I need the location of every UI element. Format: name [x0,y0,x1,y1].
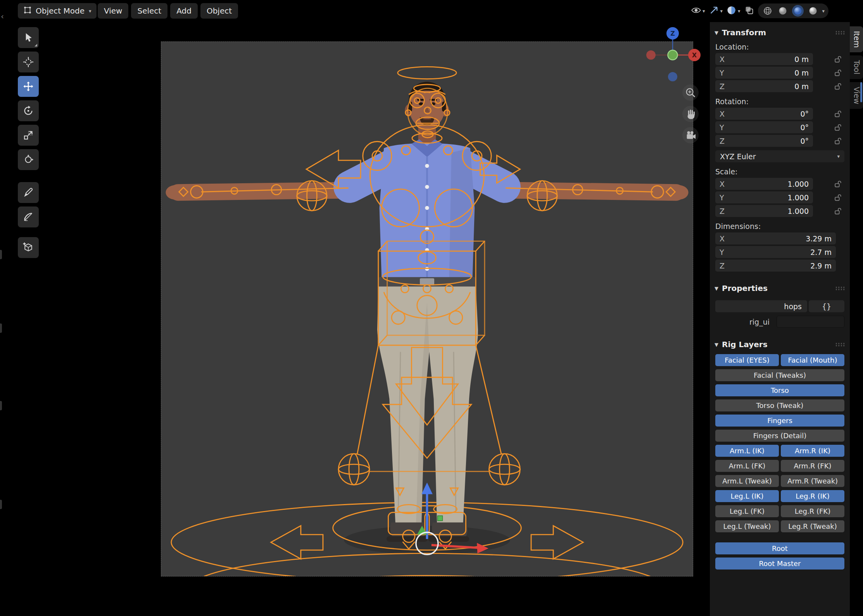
xray-toggle-button[interactable] [744,5,754,17]
property-value-field[interactable]: hops [715,300,807,312]
rig-layer-arm-r-ik[interactable]: Arm.R (IK) [781,445,844,457]
tool-add-cube[interactable] [18,237,39,258]
rig-layer-torso-tweak[interactable]: Torso (Tweak) [715,399,844,411]
scale-x-field[interactable]: X1.000 [715,178,813,190]
object-mode-dropdown[interactable]: Object Mode ▾ [18,3,97,19]
rig-ui-input[interactable] [777,316,844,328]
rig-layer-arm-r-fk[interactable]: Arm.R (FK) [781,460,844,472]
tool-scale[interactable] [18,125,39,146]
region-grip[interactable] [0,250,2,259]
tool-measure[interactable] [18,206,39,227]
rig-layer-leg-l-fk[interactable]: Leg.L (FK) [715,505,779,517]
location-z-field[interactable]: Z0 m [715,80,813,92]
gizmos-dropdown[interactable]: ▾ [709,5,723,17]
rig-layer-row: Fingers (Detail) [715,430,844,442]
menu-view[interactable]: View [98,3,128,19]
rig-layer-leg-l-tweak[interactable]: Leg.L (Tweak) [715,520,779,532]
dimensions-x-field[interactable]: X3.29 m [715,232,836,244]
scale-z-field[interactable]: Z1.000 [715,205,813,217]
rig-layer-row: Root Master [715,557,844,570]
axis-neg-x-ball[interactable] [646,50,656,60]
rig-layer-facial-eyes[interactable]: Facial (EYES) [715,354,779,366]
rig-layer-torso[interactable]: Torso [715,384,844,396]
rig-layer-root[interactable]: Root [715,542,844,554]
rig-layer-facial-tweaks[interactable]: Facial (Tweaks) [715,369,844,381]
rig-layer-leg-r-fk[interactable]: Leg.R (FK) [781,505,844,517]
lock-open-icon[interactable] [831,137,844,145]
region-grip[interactable] [0,323,2,333]
tool-select-box[interactable] [18,27,39,48]
camera-view-icon[interactable] [682,127,699,143]
tool-move[interactable] [18,76,39,97]
transform-section-header[interactable]: ▼ Transform [710,25,850,40]
shading-wireframe-button[interactable] [762,5,773,17]
rotation-rows: X0°Y0°Z0° [710,108,850,147]
rig-layer-fingers-detail[interactable]: Fingers (Detail) [715,430,844,442]
tab-tool[interactable]: Tool [850,55,863,79]
viewport-nav-buttons [682,84,699,143]
tool-transform[interactable] [18,149,39,170]
location-x-field[interactable]: X0 m [715,53,813,65]
shading-solid-button[interactable] [777,5,789,17]
region-grip[interactable] [0,500,2,509]
location-y-field[interactable]: Y0 m [715,67,813,79]
lock-open-icon[interactable] [831,193,844,201]
menu-select[interactable]: Select [131,3,167,19]
lock-open-icon[interactable] [831,82,844,90]
pan-hand-icon[interactable] [682,106,699,122]
lock-open-icon[interactable] [831,55,844,63]
shading-rendered-button[interactable] [807,5,819,17]
property-operator-button[interactable]: {} [809,300,844,312]
rig-layer-leg-l-ik[interactable]: Leg.L (IK) [715,490,779,502]
view-axis-gizmo[interactable]: Z X [642,24,704,86]
drag-grip-icon[interactable] [835,342,845,347]
menu-object[interactable]: Object [200,3,238,19]
panel-scrollbar-thumb[interactable] [860,82,862,102]
region-grip[interactable] [0,401,2,410]
rig-layers-section-header[interactable]: ▼ Rig Layers [710,337,850,352]
visibility-dropdown[interactable]: ▾ [691,5,705,17]
scale-y-field[interactable]: Y1.000 [715,191,813,203]
3d-viewport[interactable] [161,41,693,576]
lock-open-icon[interactable] [831,180,844,188]
rig-layer-arm-r-tweak[interactable]: Arm.R (Tweak) [781,475,844,487]
collapse-arrow-icon[interactable]: ‹ [1,12,4,21]
lock-open-icon[interactable] [831,207,844,215]
dimensions-z-field[interactable]: Z2.9 m [715,260,836,272]
tool-rotate[interactable] [18,100,39,121]
rig-layers-section: ▼ Rig Layers Facial (EYES)Facial (Mouth)… [710,337,850,570]
tab-item[interactable]: Item [850,26,863,52]
tool-cursor-3d[interactable] [18,52,39,72]
rig-layer-root-master[interactable]: Root Master [715,557,844,570]
properties-section-header[interactable]: ▼ Properties [710,281,850,296]
rig-layer-arm-l-ik[interactable]: Arm.L (IK) [715,445,779,457]
lock-open-icon[interactable] [831,69,844,77]
rotation-x-field[interactable]: X0° [715,108,813,120]
rig-layer-fingers[interactable]: Fingers [715,415,844,427]
rig-layer-facial-mouth[interactable]: Facial (Mouth) [781,354,844,366]
viewport-header-icons: ▾ ▾ ▾ [691,3,828,19]
menu-add[interactable]: Add [170,3,198,19]
tool-annotate[interactable] [18,182,39,203]
character-body[interactable] [166,82,688,542]
overlays-dropdown[interactable]: ▾ [726,5,740,17]
dimensions-y-field[interactable]: Y2.7 m [715,246,836,258]
rotation-z-field[interactable]: Z0° [715,135,813,147]
rig-layer-arm-l-tweak[interactable]: Arm.L (Tweak) [715,475,779,487]
viewport-canvas[interactable] [161,42,693,576]
axis-neg-z-ball[interactable] [668,72,677,81]
drag-grip-icon[interactable] [835,31,845,35]
drag-grip-icon[interactable] [835,286,845,291]
axis-y-ball[interactable] [668,50,678,60]
shading-material-button[interactable] [792,5,804,17]
lock-open-icon[interactable] [831,123,844,131]
rig-layer-arm-l-fk[interactable]: Arm.L (FK) [715,460,779,472]
zoom-icon[interactable] [682,84,699,101]
rotation-y-field[interactable]: Y0° [715,121,813,133]
rotation-mode-dropdown[interactable]: XYZ Euler▾ [715,150,844,162]
rig-layer-leg-r-tweak[interactable]: Leg.R (Tweak) [781,520,844,532]
tool-shelf [18,27,39,258]
rig-layer-row: Leg.L (FK)Leg.R (FK) [715,505,844,517]
rig-layer-leg-r-ik[interactable]: Leg.R (IK) [781,490,844,502]
lock-open-icon[interactable] [831,110,844,118]
